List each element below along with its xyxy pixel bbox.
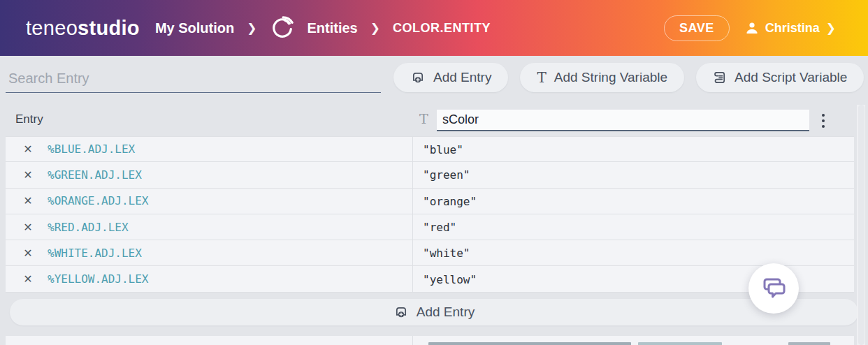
user-menu[interactable]: Christina ❯ <box>745 21 836 36</box>
entity-rows: ✕ %BLUE.ADJ.LEX "blue" ✕ %GREEN.ADJ.LEX … <box>6 136 854 293</box>
entry-value[interactable]: "red" <box>423 221 456 234</box>
column-divider <box>412 266 413 291</box>
entry-name[interactable]: %YELLOW.ADJ.LEX <box>48 272 149 286</box>
add-entry-icon <box>410 71 426 85</box>
add-entry-button[interactable]: Add Entry <box>393 63 508 92</box>
chevron-right-icon: ❯ <box>370 21 380 35</box>
column-divider <box>412 214 413 240</box>
entry-value[interactable]: "blue" <box>423 142 463 156</box>
remove-entry-button[interactable]: ✕ <box>20 247 36 260</box>
toolbar-buttons: Add Entry T Add String Variable Add Scri… <box>393 63 864 92</box>
kebab-dot <box>822 119 825 123</box>
breadcrumb: My Solution ❯ Entities ❯ COLOR.ENTITY <box>155 15 491 41</box>
remove-entry-button[interactable]: ✕ <box>20 194 36 207</box>
vertical-scrollbar[interactable] <box>857 105 865 345</box>
remove-entry-button[interactable]: ✕ <box>20 168 36 182</box>
string-type-icon: T <box>537 71 546 85</box>
entry-name[interactable]: %GREEN.ADJ.LEX <box>48 168 142 182</box>
entry-value[interactable]: "white" <box>423 247 470 260</box>
clipped-text-fragment <box>638 342 722 345</box>
variable-options-kebab-menu[interactable] <box>816 110 830 131</box>
entry-name[interactable]: %BLUE.ADJ.LEX <box>48 142 135 156</box>
remove-entry-button[interactable]: ✕ <box>20 221 36 234</box>
chat-bubbles-icon <box>760 276 788 301</box>
add-entry-icon <box>393 305 409 319</box>
entry-name[interactable]: %ORANGE.ADJ.LEX <box>48 194 149 207</box>
string-type-icon: T <box>419 111 428 126</box>
breadcrumb-entities[interactable]: Entities <box>307 20 357 36</box>
save-button[interactable]: SAVE <box>664 15 730 41</box>
remove-entry-button[interactable]: ✕ <box>20 272 36 286</box>
kebab-dot <box>822 125 825 129</box>
add-entry-label: Add Entry <box>417 304 475 320</box>
partial-next-row <box>6 336 854 345</box>
column-divider <box>412 137 413 161</box>
chevron-right-icon: ❯ <box>826 21 836 35</box>
entry-name[interactable]: %WHITE.ADJ.LEX <box>48 247 142 260</box>
kebab-dot <box>822 114 825 117</box>
add-script-variable-label: Add Script Variable <box>735 70 847 85</box>
script-icon <box>713 71 727 85</box>
teneo-studio-logo: teneostudio <box>26 17 140 40</box>
table-row: ✕ %YELLOW.ADJ.LEX "yellow" <box>6 266 854 292</box>
breadcrumb-color-entity: COLOR.ENTITY <box>393 21 491 36</box>
logo-light-part: teneo <box>26 17 78 39</box>
add-string-variable-button[interactable]: T Add String Variable <box>520 63 684 92</box>
entry-column-header: Entry <box>15 112 43 126</box>
add-entry-bottom-button[interactable]: Add Entry <box>10 299 858 325</box>
column-divider <box>412 336 413 345</box>
variable-name-input[interactable] <box>437 110 809 131</box>
table-row: ✕ %RED.ADJ.LEX "red" <box>6 214 854 240</box>
logo-bold-part: studio <box>78 17 140 39</box>
entities-icon <box>269 15 294 41</box>
table-row: ✕ %GREEN.ADJ.LEX "green" <box>6 162 854 188</box>
top-bar: teneostudio My Solution ❯ Entities ❯ COL… <box>0 0 868 56</box>
clipped-text-fragment <box>788 342 830 345</box>
add-script-variable-button[interactable]: Add Script Variable <box>696 63 864 92</box>
entity-table-header: Entry T <box>0 105 868 136</box>
search-entry-field <box>6 65 381 93</box>
user-name: Christina <box>765 21 820 36</box>
user-icon <box>745 21 759 35</box>
entry-value[interactable]: "orange" <box>423 194 477 207</box>
column-divider <box>412 162 413 187</box>
add-entry-label: Add Entry <box>433 70 491 85</box>
entry-name[interactable]: %RED.ADJ.LEX <box>48 221 129 234</box>
chevron-right-icon: ❯ <box>247 21 256 35</box>
column-divider <box>412 189 413 214</box>
table-row: ✕ %WHITE.ADJ.LEX "white" <box>6 240 854 266</box>
search-entry-input[interactable] <box>6 65 381 93</box>
entry-value[interactable]: "yellow" <box>423 272 477 286</box>
entity-toolbar: Add Entry T Add String Variable Add Scri… <box>0 56 868 105</box>
add-string-variable-label: Add String Variable <box>554 70 667 85</box>
topbar-right-group: SAVE Christina ❯ <box>664 15 836 41</box>
clipped-text-fragment <box>428 342 631 345</box>
chat-fab-button[interactable] <box>748 263 799 314</box>
table-row: ✕ %ORANGE.ADJ.LEX "orange" <box>6 189 854 214</box>
remove-entry-button[interactable]: ✕ <box>20 142 36 156</box>
breadcrumb-my-solution[interactable]: My Solution <box>155 20 234 36</box>
scrollbar-thumb[interactable] <box>858 105 865 345</box>
column-divider <box>412 240 413 265</box>
table-row: ✕ %BLUE.ADJ.LEX "blue" <box>6 136 854 162</box>
entry-value[interactable]: "green" <box>423 168 470 182</box>
